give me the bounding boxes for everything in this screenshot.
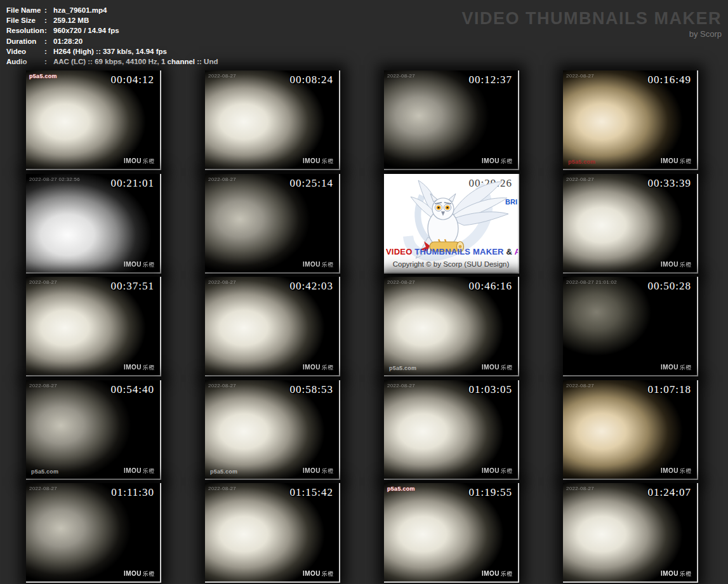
imou-latin-text: IMOU — [124, 467, 142, 474]
imou-watermark: IMOU乐橙 — [303, 261, 334, 269]
imou-latin-text: IMOU — [482, 570, 500, 577]
video-thumbnail: 2022-08-27 00:46:16 p5a5.com IMOU乐橙 — [384, 277, 519, 376]
imou-watermark: IMOU乐橙 — [124, 467, 155, 475]
imou-watermark: IMOU乐橙 — [124, 364, 155, 372]
timestamp-label: 01:07:18 — [648, 383, 691, 396]
timestamp-label: 00:33:39 — [648, 177, 691, 190]
timestamp-label: 00:04:12 — [111, 74, 154, 86]
video-thumbnail: 2022-08-27 02:32:56 00:21:01 IMOU乐橙 — [26, 174, 161, 274]
imou-latin-text: IMOU — [482, 467, 500, 474]
logo-title-part: VIDEO — [386, 247, 414, 256]
owl-logo-illustration — [384, 174, 518, 272]
field-colon — [44, 5, 53, 15]
field-label: Video — [6, 46, 44, 56]
imou-watermark: IMOU乐橙 — [303, 467, 334, 475]
imou-latin-text: IMOU — [124, 364, 142, 371]
video-thumbnail: 2022-08-27 00:08:24 IMOU乐橙 — [205, 70, 340, 170]
timestamp-label: 00:08:24 — [290, 74, 333, 86]
imou-cjk-text: 乐橙 — [322, 158, 334, 164]
camera-osd-text: 2022-08-27 02:32:56 — [29, 176, 80, 182]
timestamp-label: 00:12:37 — [469, 74, 512, 86]
app-brand: VIDEO THUMBNAILS MAKER by Scorp — [462, 9, 722, 39]
imou-latin-text: IMOU — [482, 364, 500, 371]
video-thumbnail: 2022-08-27 01:07:18 IMOU乐橙 — [563, 380, 698, 480]
camera-osd-text: 2022-08-27 — [208, 486, 236, 491]
file-info-row: Resolution960x720 / 14.94 fps — [6, 25, 218, 36]
camera-osd-text: 2022-08-27 — [208, 279, 236, 285]
video-thumbnail: 2022-08-27 00:25:14 IMOU乐橙 — [205, 174, 340, 274]
camera-osd-text: 2022-08-27 — [29, 486, 57, 491]
imou-cjk-text: 乐橙 — [501, 364, 513, 371]
p5a5-watermark: p5a5.com — [210, 468, 237, 475]
imou-cjk-text: 乐橙 — [680, 158, 692, 164]
imou-cjk-text: 乐橙 — [143, 468, 155, 474]
logo-copyright: Copyright © by Scorp (SUU Design) — [384, 260, 518, 268]
imou-latin-text: IMOU — [661, 364, 678, 371]
field-colon — [44, 36, 53, 46]
app-subtitle: by Scorp — [462, 29, 722, 39]
imou-watermark: IMOU乐橙 — [661, 157, 692, 166]
camera-osd-text: p5a5.com — [29, 73, 57, 79]
imou-latin-text: IMOU — [303, 157, 321, 164]
imou-watermark: IMOU乐橙 — [482, 467, 513, 475]
imou-cjk-text: 乐橙 — [143, 364, 155, 371]
camera-osd-text: 2022-08-27 — [566, 73, 594, 79]
video-thumbnail: 2022-08-27 00:16:49 p5a5.com IMOU乐橙 — [563, 70, 698, 170]
camera-osd-text: 2022-08-27 — [566, 383, 594, 388]
imou-latin-text: IMOU — [303, 570, 321, 577]
imou-cjk-text: 乐橙 — [501, 468, 513, 474]
logo-title-part: ANIMATOR — [514, 247, 518, 256]
imou-latin-text: IMOU — [124, 157, 142, 164]
imou-watermark: IMOU乐橙 — [482, 570, 513, 578]
video-thumbnail: p5a5.com 00:04:12 IMOU乐橙 — [26, 70, 161, 170]
field-value: 960x720 / 14.94 fps — [53, 25, 119, 36]
video-thumbnail: 2022-08-27 00:33:39 IMOU乐橙 — [563, 174, 698, 274]
camera-osd-text: 2022-08-27 21:01:02 — [566, 279, 617, 285]
field-label: Resolution — [6, 25, 44, 36]
imou-latin-text: IMOU — [124, 570, 142, 577]
file-info-block: File Namehza_79601.mp4 File Size259.12 M… — [6, 5, 218, 67]
field-colon — [44, 56, 53, 67]
imou-watermark: IMOU乐橙 — [124, 570, 155, 578]
video-thumbnail: 2022-08-27 00:58:53 p5a5.com IMOU乐橙 — [205, 380, 340, 480]
camera-osd-text: 2022-08-27 — [566, 176, 594, 182]
thumbnail-sheet: File Namehza_79601.mp4 File Size259.12 M… — [0, 0, 728, 584]
imou-cjk-text: 乐橙 — [680, 571, 692, 577]
field-label: Duration — [6, 36, 44, 46]
imou-latin-text: IMOU — [303, 261, 321, 268]
imou-cjk-text: 乐橙 — [322, 571, 334, 577]
camera-osd-text: 2022-08-27 — [208, 383, 236, 388]
imou-cjk-text: 乐橙 — [322, 468, 334, 474]
timestamp-label: 00:16:49 — [648, 74, 691, 86]
imou-watermark: IMOU乐橙 — [303, 364, 334, 372]
video-thumbnail: 2022-08-27 00:37:51 IMOU乐橙 — [26, 277, 161, 376]
field-value: H264 (High) :: 337 kb/s, 14.94 fps — [53, 46, 167, 56]
camera-osd-text: 2022-08-27 — [387, 279, 415, 285]
timestamp-label: 00:37:51 — [111, 280, 154, 293]
field-label: File Size — [6, 15, 44, 25]
logo-title-part: THUMBNAILS MAKER — [414, 247, 506, 256]
imou-latin-text: IMOU — [661, 570, 678, 577]
timestamp-label: 01:03:05 — [469, 383, 512, 396]
video-thumbnail: 2022-08-27 01:24:07 IMOU乐橙 — [563, 483, 698, 583]
timestamp-label: 01:15:42 — [290, 486, 333, 499]
imou-watermark: IMOU乐橙 — [661, 570, 692, 578]
video-thumbnail: 2022-08-27 01:03:05 IMOU乐橙 — [384, 380, 519, 480]
field-colon — [44, 25, 53, 36]
file-info-row: Duration01:28:20 — [6, 36, 218, 46]
imou-cjk-text: 乐橙 — [680, 468, 692, 474]
file-info-row: File Size259.12 MB — [6, 15, 218, 25]
imou-latin-text: IMOU — [661, 467, 678, 474]
imou-cjk-text: 乐橙 — [680, 364, 692, 371]
imou-watermark: IMOU乐橙 — [303, 157, 334, 166]
imou-watermark: IMOU乐橙 — [661, 467, 692, 475]
imou-cjk-text: 乐橙 — [501, 158, 513, 164]
imou-latin-text: IMOU — [303, 364, 321, 371]
imou-cjk-text: 乐橙 — [322, 262, 334, 268]
timestamp-label: 01:19:55 — [469, 486, 512, 499]
camera-osd-text: 2022-08-27 — [208, 176, 236, 182]
field-value: hza_79601.mp4 — [53, 5, 107, 15]
field-colon — [44, 15, 53, 25]
video-thumbnail: 00:29:26 BRI VIDEO THUMBNAILS MAKER & AN… — [384, 174, 519, 274]
imou-latin-text: IMOU — [661, 261, 678, 268]
